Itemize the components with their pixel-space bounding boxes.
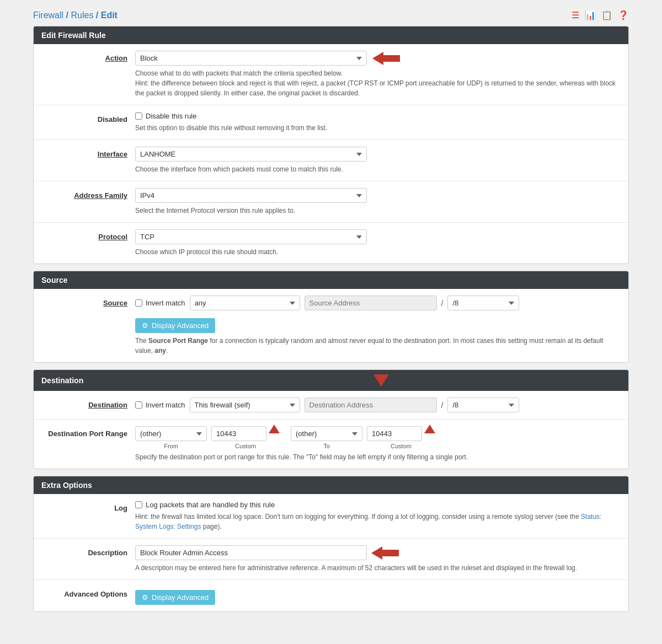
- destination-content: Invert match any Single host or alias Ne…: [135, 398, 621, 412]
- destination-slash: /: [441, 401, 444, 410]
- to-type-select[interactable]: (other) any HTTP HTTPS SSH: [291, 426, 362, 441]
- description-label: Description: [41, 545, 135, 557]
- disabled-row: Disabled Disable this rule Set this opti…: [34, 105, 628, 140]
- disabled-help: Set this option to disable this rule wit…: [135, 123, 621, 133]
- source-row: Source Invert match any Single host or a…: [34, 289, 628, 362]
- action-help: Choose what to do with packets that matc…: [135, 68, 621, 98]
- address-family-help: Select the Internet Protocol version thi…: [135, 206, 621, 216]
- log-label: Log: [41, 501, 135, 512]
- extra-options-body: Log Log packets that are handled by this…: [34, 494, 628, 611]
- from-custom-label: Custom: [211, 443, 280, 449]
- from-label: From: [135, 443, 207, 449]
- to-custom-input[interactable]: [367, 426, 422, 441]
- destination-panel: Destination Destination Invert match: [33, 369, 629, 469]
- dest-port-range-label: Destination Port Range: [41, 426, 135, 438]
- source-note: The Source Port Range for a connection i…: [135, 336, 621, 356]
- source-slash: /: [441, 299, 444, 308]
- action-arrow-left: [372, 52, 383, 65]
- interface-help: Choose the interface from which packets …: [135, 164, 621, 174]
- protocol-content: TCP UDP TCP/UDP ICMP any Choose which IP…: [135, 229, 621, 257]
- edit-firewall-rule-body: Action Block Pass Reject: [34, 44, 628, 264]
- log-checkbox[interactable]: [135, 501, 142, 508]
- breadcrumb: Firewall / Rules / Edit: [33, 10, 118, 20]
- protocol-help: Choose which IP protocol this rule shoul…: [135, 247, 621, 257]
- dest-port-help: Specify the destination port or port ran…: [135, 452, 621, 462]
- protocol-select[interactable]: TCP UDP TCP/UDP ICMP any: [135, 229, 367, 244]
- edit-firewall-rule-panel-header: Edit Firewall Rule: [34, 26, 628, 44]
- from-type-select[interactable]: (other) any HTTP HTTPS SSH: [135, 426, 207, 441]
- to-custom-group: Custom: [367, 426, 435, 449]
- destination-down-arrow: [373, 374, 389, 387]
- disabled-checkbox[interactable]: [135, 112, 142, 120]
- extra-options-header: Extra Options: [34, 476, 628, 494]
- address-family-label: Address Family: [41, 188, 135, 200]
- source-panel-body: Source Invert match any Single host or a…: [34, 289, 628, 362]
- breadcrumb-sep2: /: [96, 10, 101, 20]
- gear-icon-advanced: ⚙: [142, 593, 148, 602]
- address-family-select[interactable]: IPv4 IPv6 IPv4+IPv6: [135, 188, 367, 203]
- advanced-options-btn[interactable]: ⚙ Display Advanced: [135, 590, 215, 605]
- address-family-content: IPv4 IPv6 IPv4+IPv6 Select the Internet …: [135, 188, 621, 216]
- breadcrumb-firewall[interactable]: Firewall: [33, 10, 63, 20]
- header-icons: ☰ 📊 📋 ❓: [572, 10, 629, 20]
- from-custom-group: Custom: [211, 426, 280, 449]
- action-row: Action Block Pass Reject: [34, 44, 628, 105]
- interface-label: Interface: [41, 147, 135, 158]
- destination-type-select[interactable]: any Single host or alias Network This fi…: [190, 398, 300, 412]
- source-controls: Invert match any Single host or alias Ne…: [135, 296, 621, 310]
- advanced-options-content: ⚙ Display Advanced: [135, 587, 621, 605]
- disabled-label: Disabled: [41, 112, 135, 124]
- description-wrap: [135, 545, 621, 560]
- breadcrumb-edit: Edit: [101, 10, 118, 20]
- to-custom-label: Custom: [367, 443, 435, 449]
- destination-address-input[interactable]: [305, 398, 437, 412]
- extra-options-panel: Extra Options Log Log packets that are h…: [33, 476, 629, 612]
- source-display-advanced-btn[interactable]: ⚙ Display Advanced: [135, 318, 215, 333]
- action-select[interactable]: Block Pass Reject: [135, 51, 367, 66]
- description-content: A description may be entered here for ad…: [135, 545, 621, 573]
- destination-panel-body: Destination Invert match any Single host…: [34, 391, 628, 469]
- address-family-row: Address Family IPv4 IPv6 IPv4+IPv6 Selec…: [34, 181, 628, 223]
- action-content: Block Pass Reject Choose what to do with…: [135, 51, 621, 98]
- action-arrow-shaft: [383, 55, 400, 62]
- protocol-row: Protocol TCP UDP TCP/UDP ICMP any Choose…: [34, 223, 628, 264]
- destination-controls: Invert match any Single host or alias Ne…: [135, 398, 621, 412]
- help-icon[interactable]: ❓: [618, 10, 629, 20]
- protocol-label: Protocol: [41, 229, 135, 241]
- description-row: Description A description may be entered…: [34, 539, 628, 580]
- log-checkbox-label[interactable]: Log packets that are handled by this rul…: [135, 501, 621, 509]
- from-custom-input[interactable]: [211, 426, 266, 441]
- source-panel-header: Source: [34, 271, 628, 289]
- to-custom-up-arrow: [424, 425, 435, 433]
- log-help: Hint: the firewall has limited local log…: [135, 512, 621, 532]
- destination-invert-label[interactable]: Invert match: [135, 401, 185, 409]
- action-label: Action: [41, 51, 135, 62]
- source-invert-label[interactable]: Invert match: [135, 299, 185, 307]
- menu-icon[interactable]: ☰: [572, 10, 579, 20]
- advanced-options-label: Advanced Options: [41, 587, 135, 598]
- interface-select[interactable]: LANHOME WAN LAN: [135, 147, 367, 162]
- to-label: To: [291, 443, 362, 449]
- to-type-group: (other) any HTTP HTTPS SSH To: [291, 426, 362, 449]
- from-custom-up-arrow: [269, 425, 280, 433]
- source-invert-checkbox[interactable]: [135, 299, 142, 307]
- disabled-checkbox-label[interactable]: Disable this rule: [135, 112, 621, 120]
- breadcrumb-rules[interactable]: Rules: [71, 10, 93, 20]
- description-arrow-shaft: [382, 550, 399, 556]
- page-header: Firewall / Rules / Edit ☰ 📊 📋 ❓: [33, 6, 629, 26]
- destination-panel-header: Destination: [34, 370, 628, 391]
- source-cidr-select[interactable]: /8/16/24/32: [447, 296, 519, 310]
- destination-cidr-select[interactable]: /8/16/24/32: [447, 398, 519, 412]
- source-label: Source: [41, 296, 135, 307]
- destination-label: Destination: [41, 398, 135, 409]
- interface-row: Interface LANHOME WAN LAN Choose the int…: [34, 140, 628, 181]
- source-address-input[interactable]: [305, 296, 437, 310]
- edit-firewall-rule-panel: Edit Firewall Rule Action Block Pass Rej…: [33, 26, 629, 264]
- description-input[interactable]: [135, 545, 367, 560]
- source-type-select[interactable]: any Single host or alias Network This fi…: [190, 296, 300, 310]
- destination-invert-checkbox[interactable]: [135, 401, 142, 409]
- disabled-content: Disable this rule Set this option to dis…: [135, 112, 621, 133]
- chart-icon[interactable]: 📊: [585, 10, 596, 20]
- source-panel: Source Source Invert match any Single ho…: [33, 271, 629, 363]
- list-icon[interactable]: 📋: [601, 10, 612, 20]
